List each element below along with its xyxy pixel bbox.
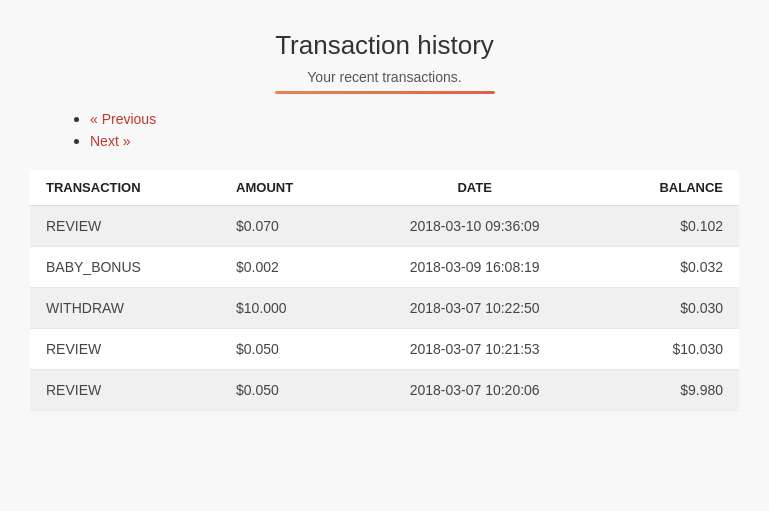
cell-balance: $0.030: [596, 288, 739, 329]
col-amount: AMOUNT: [220, 170, 353, 206]
cell-transaction: REVIEW: [30, 206, 220, 247]
cell-transaction: WITHDRAW: [30, 288, 220, 329]
cell-amount: $0.002: [220, 247, 353, 288]
pagination-previous-item: « Previous: [90, 110, 739, 128]
page-title: Transaction history: [30, 30, 739, 61]
page-container: Transaction history Your recent transact…: [0, 20, 769, 431]
cell-transaction: BABY_BONUS: [30, 247, 220, 288]
cell-date: 2018-03-10 09:36:09: [353, 206, 596, 247]
cell-transaction: REVIEW: [30, 370, 220, 411]
cell-balance: $0.102: [596, 206, 739, 247]
cell-amount: $10.000: [220, 288, 353, 329]
table-row: REVIEW$0.0502018-03-07 10:21:53$10.030: [30, 329, 739, 370]
cell-amount: $0.050: [220, 329, 353, 370]
cell-transaction: REVIEW: [30, 329, 220, 370]
col-balance: BALANCE: [596, 170, 739, 206]
cell-date: 2018-03-07 10:22:50: [353, 288, 596, 329]
orange-divider: [275, 91, 495, 94]
col-date: DATE: [353, 170, 596, 206]
previous-link[interactable]: « Previous: [90, 111, 156, 127]
pagination-list: « Previous Next »: [90, 110, 739, 150]
cell-date: 2018-03-07 10:21:53: [353, 329, 596, 370]
table-header-row: TRANSACTION AMOUNT DATE BALANCE: [30, 170, 739, 206]
cell-amount: $0.070: [220, 206, 353, 247]
table-body: REVIEW$0.0702018-03-10 09:36:09$0.102BAB…: [30, 206, 739, 411]
table-row: BABY_BONUS$0.0022018-03-09 16:08:19$0.03…: [30, 247, 739, 288]
cell-amount: $0.050: [220, 370, 353, 411]
header-section: Transaction history Your recent transact…: [30, 30, 739, 94]
table-row: WITHDRAW$10.0002018-03-07 10:22:50$0.030: [30, 288, 739, 329]
cell-date: 2018-03-09 16:08:19: [353, 247, 596, 288]
pagination-next-item: Next »: [90, 132, 739, 150]
cell-date: 2018-03-07 10:20:06: [353, 370, 596, 411]
table-header: TRANSACTION AMOUNT DATE BALANCE: [30, 170, 739, 206]
table-row: REVIEW$0.0502018-03-07 10:20:06$9.980: [30, 370, 739, 411]
cell-balance: $9.980: [596, 370, 739, 411]
page-subtitle: Your recent transactions.: [30, 69, 739, 85]
table-row: REVIEW$0.0702018-03-10 09:36:09$0.102: [30, 206, 739, 247]
col-transaction: TRANSACTION: [30, 170, 220, 206]
transactions-table: TRANSACTION AMOUNT DATE BALANCE REVIEW$0…: [30, 170, 739, 411]
cell-balance: $10.030: [596, 329, 739, 370]
cell-balance: $0.032: [596, 247, 739, 288]
next-link[interactable]: Next »: [90, 133, 130, 149]
